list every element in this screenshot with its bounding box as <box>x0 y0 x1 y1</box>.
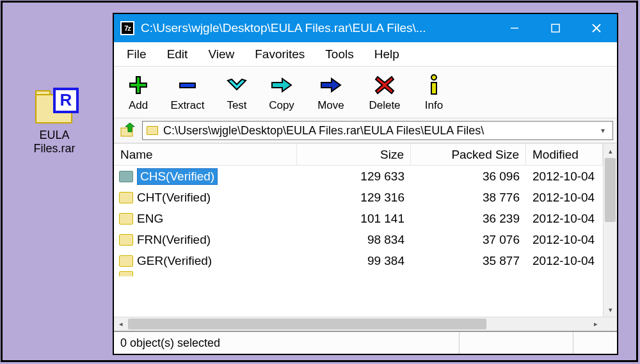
menu-file[interactable]: File <box>118 45 156 64</box>
pathbar: C:\Users\wjgle\Desktop\EULA Files.rar\EU… <box>114 118 617 143</box>
item-packed-size: 36 096 <box>411 170 526 184</box>
menu-favorites[interactable]: Favorites <box>246 45 314 64</box>
maximize-icon <box>551 24 560 33</box>
item-size: 99 384 <box>297 254 411 268</box>
close-button[interactable] <box>576 14 617 42</box>
toolbar-copy[interactable]: Copy <box>262 70 301 116</box>
maximize-button[interactable] <box>535 14 576 42</box>
arrow-right-outline-icon <box>269 74 294 97</box>
desktop-file-icon[interactable]: R EULA Files.rar <box>26 90 83 155</box>
folder-icon <box>119 192 133 203</box>
item-modified: 2012-10-04 <box>526 254 603 268</box>
folder-icon <box>119 234 133 246</box>
scroll-right-icon[interactable]: ▸ <box>589 317 603 331</box>
toolbar-move-label: Move <box>317 99 344 112</box>
check-icon <box>225 74 248 97</box>
menu-view[interactable]: View <box>199 45 243 64</box>
toolbar-test-label: Test <box>227 99 246 112</box>
item-size: 101 141 <box>297 212 411 226</box>
rar-badge: R <box>53 88 79 113</box>
minus-icon <box>177 74 198 97</box>
horizontal-scrollbar[interactable]: ◂ ▸ <box>114 317 617 331</box>
statusbar: 0 object(s) selected <box>114 331 617 354</box>
app-icon: 7z <box>120 21 134 35</box>
column-headers: Name Size Packed Size Modified <box>114 144 603 166</box>
item-modified: 2012-10-04 <box>526 233 603 247</box>
item-name: CHT(Verified) <box>137 191 211 205</box>
scroll-up-icon[interactable]: ▴ <box>604 144 617 158</box>
toolbar-info-label: Info <box>425 99 443 112</box>
menu-help[interactable]: Help <box>365 45 408 64</box>
column-modified[interactable]: Modified <box>526 144 603 165</box>
toolbar-extract-label: Extract <box>171 99 205 112</box>
item-modified: 2012-10-04 <box>526 212 603 226</box>
toolbar-move[interactable]: Move <box>307 70 355 116</box>
scroll-left-icon[interactable]: ◂ <box>114 317 128 331</box>
list-item[interactable] <box>114 271 603 278</box>
chevron-down-icon[interactable]: ▾ <box>597 126 609 135</box>
titlebar[interactable]: 7z C:\Users\wjgle\Desktop\EULA Files.rar… <box>114 14 617 42</box>
path-field[interactable]: C:\Users\wjgle\Desktop\EULA Files.rar\EU… <box>142 121 613 140</box>
toolbar-info[interactable]: Info <box>415 70 453 116</box>
column-packed-size[interactable]: Packed Size <box>411 144 526 165</box>
scroll-down-icon[interactable]: ▾ <box>604 303 617 317</box>
desktop-file-label: EULA Files.rar <box>26 129 83 155</box>
item-packed-size: 36 239 <box>411 212 526 226</box>
folder-icon <box>147 126 158 135</box>
list-item[interactable]: CHS(Verified)129 63336 0962012-10-04 <box>114 166 603 187</box>
folder-up-icon <box>120 123 135 138</box>
menubar: File Edit View Favorites Tools Help <box>114 42 617 67</box>
file-list: Name Size Packed Size Modified CHS(Verif… <box>114 143 617 317</box>
svg-point-5 <box>431 75 436 80</box>
close-icon <box>592 24 601 33</box>
window-title: C:\Users\wjgle\Desktop\EULA Files.rar\EU… <box>141 21 494 35</box>
scroll-thumb[interactable] <box>605 158 616 222</box>
toolbar-copy-label: Copy <box>269 99 294 112</box>
status-text: 0 object(s) selected <box>114 332 460 354</box>
item-modified: 2012-10-04 <box>526 170 603 184</box>
svg-rect-1 <box>552 24 559 32</box>
folder-icon <box>119 271 133 276</box>
column-size[interactable]: Size <box>297 144 411 165</box>
item-name: GER(Verified) <box>137 254 212 268</box>
toolbar-delete-label: Delete <box>369 99 400 112</box>
item-size: 129 633 <box>297 170 411 184</box>
list-item[interactable]: ENG101 14136 2392012-10-04 <box>114 208 603 229</box>
item-size: 129 316 <box>297 191 411 205</box>
rar-file-icon: R <box>34 90 75 125</box>
svg-rect-4 <box>180 83 195 88</box>
folder-icon <box>119 213 133 225</box>
info-icon <box>427 74 441 97</box>
folder-icon <box>119 255 133 267</box>
item-modified: 2012-10-04 <box>526 191 603 205</box>
scroll-thumb[interactable] <box>128 319 486 329</box>
item-packed-size: 38 776 <box>411 191 526 205</box>
svg-rect-6 <box>431 83 436 94</box>
list-item[interactable]: FRN(Verified)98 83437 0762012-10-04 <box>114 229 603 250</box>
minimize-icon <box>510 24 519 33</box>
plus-icon <box>127 74 149 97</box>
item-packed-size: 35 877 <box>411 254 526 268</box>
item-size: 98 834 <box>297 233 411 247</box>
arrow-right-solid-icon <box>319 74 343 97</box>
toolbar-add-label: Add <box>129 99 148 112</box>
list-item[interactable]: CHT(Verified)129 31638 7762012-10-04 <box>114 187 603 208</box>
item-name: ENG <box>137 212 163 226</box>
menu-edit[interactable]: Edit <box>158 45 197 64</box>
column-name[interactable]: Name <box>114 144 297 165</box>
minimize-button[interactable] <box>494 14 535 42</box>
path-text: C:\Users\wjgle\Desktop\EULA Files.rar\EU… <box>163 124 592 138</box>
item-name: FRN(Verified) <box>137 233 211 247</box>
vertical-scrollbar[interactable]: ▴ ▾ <box>603 144 617 317</box>
toolbar-extract[interactable]: Extract <box>164 70 211 116</box>
toolbar-delete[interactable]: Delete <box>361 70 408 116</box>
menu-tools[interactable]: Tools <box>316 45 362 64</box>
list-item[interactable]: GER(Verified)99 38435 8772012-10-04 <box>114 250 603 271</box>
toolbar-test[interactable]: Test <box>218 70 256 116</box>
folder-icon <box>119 171 133 182</box>
toolbar-add[interactable]: Add <box>119 70 157 116</box>
sevenzip-window: 7z C:\Users\wjgle\Desktop\EULA Files.rar… <box>113 13 618 355</box>
toolbar: Add Extract Test Copy Move <box>114 67 617 118</box>
up-button[interactable] <box>118 122 137 139</box>
item-packed-size: 37 076 <box>411 233 526 247</box>
